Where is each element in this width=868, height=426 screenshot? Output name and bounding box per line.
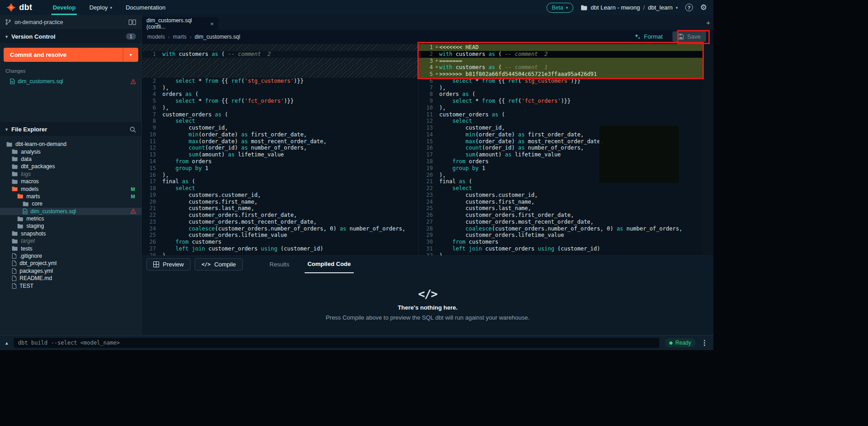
folder-icon — [12, 171, 18, 176]
tree-item-marts[interactable]: martsM — [0, 193, 141, 200]
account-name: dbt Learn - mwong — [591, 4, 640, 11]
format-button[interactable]: Format — [634, 33, 662, 40]
nav-item-deploy[interactable]: Deploy▾ — [82, 0, 119, 15]
branch-selector[interactable]: on-demand-practice — [0, 15, 141, 30]
tree-item-dbt-project-yml[interactable]: dbt_project.yml — [0, 260, 141, 267]
tree-item-packages-yml[interactable]: packages.yml — [0, 267, 141, 275]
line-number: 3 — [142, 85, 157, 91]
editor-scrollbar[interactable] — [702, 43, 713, 256]
line-number — [142, 71, 157, 78]
dbt-logo[interactable]: dbt — [6, 3, 32, 12]
code-line: 16), — [142, 172, 418, 179]
code-line: 1+<<<<<<< HEAD — [419, 44, 702, 51]
version-control-header[interactable]: ▾ Version Control 1 — [0, 30, 141, 43]
preview-label: Preview — [163, 261, 184, 268]
code-text: customers.last_name, — [439, 205, 531, 212]
gear-icon[interactable]: ⚙ — [700, 4, 707, 11]
code-line: 21 customers.last_name, — [142, 205, 418, 212]
breadcrumb-item[interactable]: dim_customers.sql — [195, 34, 240, 40]
tree-item-target[interactable]: target — [0, 237, 141, 245]
code-text: with customers as ( -- comment 1 — [439, 64, 547, 71]
sql-file-icon — [23, 209, 27, 214]
code-text: customer_orders.most_recent_order_date, — [439, 219, 594, 226]
nav-item-develop[interactable]: Develop — [46, 0, 83, 15]
nav-item-documentation[interactable]: Documentation — [119, 0, 172, 15]
tree-item-models[interactable]: modelsM — [0, 185, 141, 192]
status-badge: Ready — [665, 338, 696, 347]
diff-marker — [434, 98, 439, 105]
code-line: 12 count(order_id) as number_of_orders, — [142, 145, 418, 151]
file-explorer-header[interactable]: ▾ File Explorer — [0, 122, 141, 136]
folder-icon — [12, 149, 18, 154]
tree-item--gitignore[interactable]: .gitignore — [0, 252, 141, 260]
code-text: ), — [439, 85, 446, 91]
editor-pane-current[interactable]: 1with customers as ( -- comment 22 selec… — [142, 43, 418, 256]
breadcrumb-item[interactable]: marts — [173, 34, 186, 40]
preview-button[interactable]: Preview — [146, 258, 191, 271]
new-tab-button[interactable]: + — [706, 19, 710, 26]
compile-button[interactable]: </> Compile — [195, 258, 243, 271]
nav-item-label: Documentation — [125, 4, 165, 11]
cli-command-input[interactable]: dbt build --select <model_name> — [14, 338, 660, 348]
changed-file-item[interactable]: dim_customers.sql — [0, 77, 141, 86]
breadcrumb: models›marts›dim_customers.sql — [147, 34, 240, 40]
editor-tab[interactable]: dim_customers.sql (confli... × — [142, 17, 218, 30]
tree-item-dbt-packages[interactable]: dbt_packages — [0, 163, 141, 170]
tree-item-metrics[interactable]: metrics — [0, 215, 141, 222]
line-number: 23 — [419, 192, 434, 199]
diff-marker — [157, 252, 162, 256]
tree-item-analysis[interactable]: analysis — [0, 148, 141, 155]
diff-marker — [434, 232, 439, 239]
folder-icon — [23, 201, 29, 206]
save-button[interactable]: Save — [672, 31, 706, 42]
docs-reader-icon[interactable] — [129, 20, 136, 25]
line-number: 27 — [419, 219, 434, 226]
line-number: 1 — [142, 51, 157, 58]
code-text: customer_orders.lifetime_value — [439, 232, 564, 239]
code-text: customers.last_name, — [162, 205, 254, 212]
diff-marker — [434, 185, 439, 192]
commit-and-resolve-button[interactable]: Commit and resolve ▾ — [4, 48, 138, 62]
tree-item-data[interactable]: data — [0, 155, 141, 163]
kebab-menu-icon[interactable]: ⋮ — [701, 339, 708, 347]
tree-item-dbt-learn-on-demand[interactable]: dbt-learn-on-demand — [0, 140, 141, 148]
diff-marker — [157, 232, 162, 239]
help-icon[interactable]: ? — [685, 4, 693, 11]
code-text: customers.first_name, — [162, 199, 258, 205]
tree-item-staging[interactable]: staging — [0, 222, 141, 230]
compile-label: Compile — [214, 261, 236, 268]
breadcrumb-item[interactable]: models — [147, 34, 165, 40]
code-text: ) — [439, 252, 442, 256]
diff-marker — [157, 178, 162, 185]
code-line: 26 from customers — [142, 239, 418, 246]
code-line: 32) — [419, 252, 702, 256]
tree-item-dim-customers-sql[interactable]: dim_customers.sql — [0, 208, 141, 215]
code-text: customers.customer_id, — [439, 192, 538, 199]
code-text: select — [162, 118, 195, 125]
tree-item-logs[interactable]: logs — [0, 170, 141, 178]
commit-dropdown-chevron[interactable]: ▾ — [123, 48, 138, 62]
tree-item-core[interactable]: core — [0, 200, 141, 207]
tree-item-snapshots[interactable]: snapshots — [0, 230, 141, 237]
code-text: ), — [439, 105, 446, 111]
diff-marker — [157, 64, 162, 71]
tree-item-macros[interactable]: macros — [0, 178, 141, 185]
close-icon[interactable]: × — [210, 20, 214, 27]
code-text: group by 1 — [439, 165, 485, 172]
save-disk-icon — [678, 34, 684, 40]
search-icon[interactable] — [130, 126, 136, 133]
code-text: customers.customer_id, — [162, 192, 261, 199]
panel-tab-compiled-code[interactable]: Compiled Code — [305, 256, 353, 273]
conflict-warning-icon — [130, 209, 136, 214]
panel-tab-results[interactable]: Results — [267, 256, 292, 273]
code-text: <<<<<<< HEAD — [439, 44, 479, 51]
tree-item-test[interactable]: TEST — [0, 282, 141, 289]
tree-item-label: logs — [21, 171, 31, 177]
beta-badge[interactable]: Beta ▾ — [547, 3, 573, 13]
tree-item-readme-md[interactable]: README.md — [0, 275, 141, 282]
account-selector[interactable]: dbt Learn - mwong / dbt_learn ▾ — [581, 4, 678, 11]
tree-item-tests[interactable]: tests — [0, 245, 141, 252]
code-line: 1with customers as ( -- comment 2 — [142, 51, 418, 58]
expand-panel-icon[interactable]: ▴ — [5, 340, 8, 346]
code-line: 25 customers.last_name, — [419, 205, 702, 212]
